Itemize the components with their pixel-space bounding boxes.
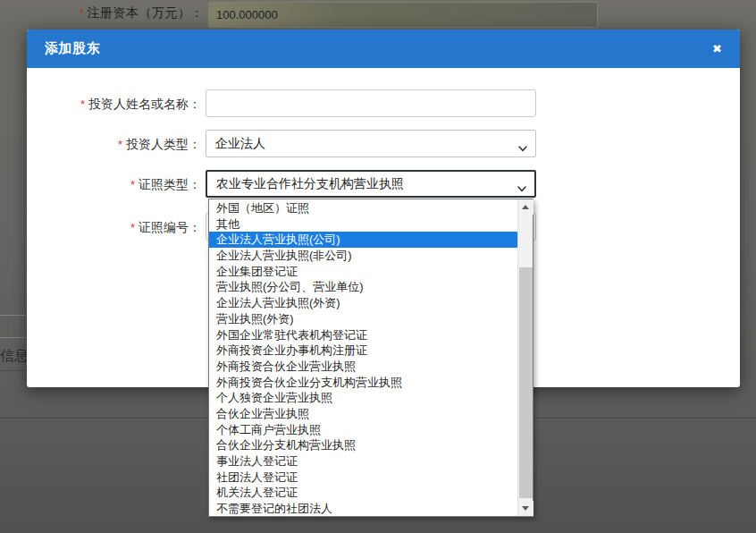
license-type-listbox: 外国（地区）证照其他企业法人营业执照(公司)企业法人营业执照(非公司)企业集团登… [208, 199, 533, 517]
required-asterisk: * [80, 6, 85, 20]
license-type-select[interactable]: 农业专业合作社分支机构营业执照 [206, 170, 536, 198]
scrollbar-thumb[interactable] [519, 267, 533, 498]
required-asterisk: * [130, 178, 135, 191]
scroll-down-icon[interactable] [518, 501, 533, 516]
dialog-title: 添加股东 [45, 40, 100, 57]
dropdown-option[interactable]: 外国（地区）证照 [209, 200, 517, 216]
background-divider [0, 315, 26, 316]
dropdown-option[interactable]: 个人独资企业营业执照 [209, 390, 517, 406]
license-type-options: 外国（地区）证照其他企业法人营业执照(公司)企业法人营业执照(非公司)企业集团登… [209, 200, 517, 515]
investor-type-value: 企业法人 [215, 136, 265, 152]
dropdown-option[interactable]: 不需要登记的社团法人 [209, 501, 517, 515]
listbox-scrollbar[interactable] [517, 199, 533, 516]
dropdown-option[interactable]: 合伙企业营业执照 [209, 406, 517, 422]
dropdown-option[interactable]: 合伙企业分支机构营业执照 [209, 437, 517, 453]
dropdown-option[interactable]: 事业法人登记证 [209, 453, 517, 470]
license-number-label: *证照编号： [27, 219, 201, 235]
investor-type-select[interactable]: 企业法人 [206, 130, 536, 157]
dropdown-option[interactable]: 企业法人营业执照(外资) [209, 295, 517, 311]
dropdown-option[interactable]: 营业执照(分公司、营业单位) [209, 279, 517, 295]
dropdown-option[interactable]: 机关法人登记证 [209, 485, 517, 501]
dropdown-option[interactable]: 外国企业常驻代表机构登记证 [209, 327, 517, 343]
chevron-down-icon [518, 140, 527, 155]
investor-type-label: *投资人类型： [27, 136, 201, 152]
dropdown-option[interactable]: 企业集团登记证 [209, 264, 517, 280]
dropdown-option[interactable]: 外商投资合伙企业营业执照 [209, 359, 517, 375]
chevron-down-icon [517, 181, 526, 195]
close-icon[interactable]: ✖ [709, 39, 726, 58]
scroll-up-icon[interactable] [518, 199, 533, 215]
investor-name-label: *投资人姓名或名称： [27, 96, 201, 112]
required-asterisk: * [80, 97, 85, 111]
background-divider [0, 337, 26, 338]
dropdown-option[interactable]: 企业法人营业执照(非公司) [209, 248, 517, 264]
dialog-header: 添加股东 ✖ [27, 30, 740, 68]
dropdown-option[interactable]: 社团法人登记证 [209, 470, 517, 486]
dropdown-option[interactable]: 营业执照(外资) [209, 311, 517, 327]
registered-capital-input [208, 2, 598, 28]
investor-name-input[interactable] [206, 89, 536, 117]
dropdown-option[interactable]: 其他 [209, 216, 517, 233]
dropdown-option[interactable]: 外商投资企业办事机构注册证 [209, 343, 517, 359]
page-background: *注册资本（万元）： 信息 添加股东 ✖ *投资人姓名或名称： *投资人类型： … [0, 0, 756, 533]
dropdown-option[interactable]: 外商投资合伙企业分支机构营业执照 [209, 375, 517, 391]
dropdown-option[interactable]: 个体工商户营业执照 [209, 422, 517, 438]
required-asterisk: * [118, 138, 122, 151]
license-type-label: *证照类型： [27, 176, 201, 192]
dropdown-option[interactable]: 企业法人营业执照(公司) [209, 232, 517, 248]
background-text-fragment: 信息 [0, 347, 26, 367]
required-asterisk: * [130, 221, 135, 234]
registered-capital-label: *注册资本（万元）： [0, 5, 204, 21]
license-type-value: 农业专业合作社分支机构营业执照 [216, 176, 404, 192]
background-divider [0, 370, 26, 371]
